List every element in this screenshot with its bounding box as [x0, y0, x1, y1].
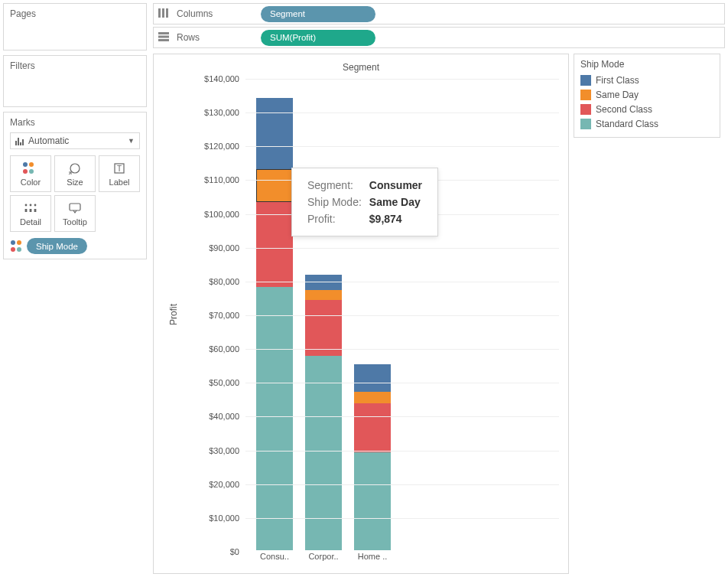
- svg-rect-12: [166, 8, 168, 18]
- svg-point-3: [25, 204, 28, 207]
- legend-item-same-day[interactable]: Same Day: [580, 87, 713, 102]
- label-icon: T: [112, 161, 126, 176]
- bar-segment[interactable]: [305, 356, 342, 550]
- y-tick: $40,000: [183, 412, 239, 421]
- svg-rect-11: [162, 8, 164, 18]
- y-tick: $60,000: [183, 344, 239, 354]
- color-icon: [22, 161, 39, 176]
- gridline: [245, 146, 559, 147]
- bar-segment[interactable]: [305, 300, 342, 356]
- svg-rect-9: [70, 204, 80, 210]
- y-tick: $50,000: [183, 378, 239, 387]
- y-axis-label: Profit: [168, 304, 179, 325]
- marks-tooltip-button[interactable]: Tooltip: [54, 195, 96, 232]
- gridline: [245, 315, 559, 316]
- bar-segment[interactable]: [305, 290, 342, 300]
- columns-icon: [158, 8, 172, 20]
- filters-title: Filters: [10, 60, 140, 71]
- color-icon: [10, 240, 24, 253]
- gridline: [245, 383, 559, 383]
- gridline: [245, 416, 559, 417]
- legend-item-first-class[interactable]: First Class: [580, 73, 713, 87]
- x-tick-label: Home ..: [349, 552, 395, 561]
- gridline: [245, 282, 559, 282]
- marks-color-button[interactable]: Color: [10, 155, 51, 192]
- y-tick: $30,000: [183, 446, 239, 455]
- y-tick: $120,000: [183, 142, 239, 151]
- legend-label: First Class: [596, 75, 639, 86]
- hover-tooltip: Segment:Consumer Ship Mode:Same Day Prof…: [291, 168, 438, 236]
- columns-label: Columns: [177, 8, 261, 19]
- y-tick: $110,000: [183, 175, 239, 184]
- legend-swatch: [580, 119, 591, 129]
- bar-segment[interactable]: [256, 169, 293, 203]
- gridline: [245, 112, 559, 113]
- gridline: [245, 79, 559, 80]
- gridline: [245, 451, 559, 451]
- gridline: [245, 248, 559, 249]
- tooltip-icon: [68, 200, 82, 216]
- chevron-down-icon: ▼: [128, 137, 135, 145]
- legend-swatch: [580, 90, 591, 100]
- mark-type-label: Automatic: [28, 135, 69, 146]
- y-tick: $100,000: [183, 210, 239, 219]
- bar-segment[interactable]: [354, 403, 391, 452]
- svg-point-4: [30, 204, 32, 207]
- marks-size-button[interactable]: Size: [54, 155, 96, 192]
- x-tick-label: Consu..: [252, 552, 297, 561]
- chart-viewport[interactable]: Segment Profit $0$10,000$20,000$30,000$4…: [153, 54, 569, 574]
- y-tick: $80,000: [183, 277, 239, 286]
- gridline: [245, 484, 559, 485]
- marks-label-button[interactable]: T Label: [99, 155, 140, 192]
- pages-panel[interactable]: Pages: [3, 3, 147, 51]
- columns-pill-segment[interactable]: Segment: [261, 6, 375, 22]
- y-tick: $20,000: [183, 480, 239, 489]
- pages-title: Pages: [10, 8, 140, 19]
- y-tick: $130,000: [183, 108, 239, 117]
- bar-segment[interactable]: [305, 275, 342, 290]
- legend-label: Standard Class: [596, 119, 658, 129]
- svg-point-0: [70, 164, 80, 173]
- rows-pill-profit[interactable]: SUM(Profit): [261, 30, 375, 46]
- svg-rect-7: [30, 209, 32, 212]
- legend-item-second-class[interactable]: Second Class: [580, 102, 713, 116]
- svg-rect-8: [34, 209, 37, 212]
- svg-rect-10: [158, 8, 161, 18]
- filters-panel[interactable]: Filters: [3, 55, 147, 107]
- legend-label: Same Day: [596, 90, 639, 100]
- bar-chart-icon: [15, 136, 24, 145]
- marks-title: Marks: [10, 117, 140, 128]
- bar-segment[interactable]: [256, 98, 293, 169]
- mark-type-dropdown[interactable]: Automatic ▼: [10, 132, 140, 149]
- chart-title: Segment: [154, 54, 568, 73]
- gridline: [245, 518, 559, 519]
- marks-detail-button[interactable]: Detail: [10, 195, 51, 232]
- y-tick: $0: [183, 547, 239, 556]
- legend-item-standard-class[interactable]: Standard Class: [580, 116, 713, 131]
- color-legend[interactable]: Ship Mode First ClassSame DaySecond Clas…: [574, 54, 720, 138]
- rows-label: Rows: [177, 32, 261, 43]
- gridline: [245, 349, 559, 350]
- svg-rect-15: [158, 39, 169, 41]
- color-pill-shipmode[interactable]: Ship Mode: [27, 238, 87, 254]
- bar-segment[interactable]: [354, 452, 391, 550]
- y-tick: $140,000: [183, 74, 239, 83]
- y-tick: $10,000: [183, 513, 239, 523]
- rows-shelf[interactable]: Rows SUM(Profit): [153, 27, 725, 48]
- marks-panel: Marks Automatic ▼ Color Size: [3, 112, 147, 259]
- size-icon: [68, 161, 82, 176]
- svg-rect-6: [25, 209, 28, 212]
- detail-icon: [24, 200, 37, 216]
- bar-segment[interactable]: [256, 287, 293, 550]
- y-tick: $70,000: [183, 311, 239, 320]
- svg-rect-13: [158, 32, 169, 34]
- columns-shelf[interactable]: Columns Segment: [153, 3, 725, 24]
- x-tick-label: Corpor..: [301, 552, 346, 561]
- bar-segment[interactable]: [354, 364, 391, 391]
- legend-title: Ship Mode: [580, 59, 713, 70]
- svg-text:T: T: [117, 165, 122, 173]
- y-tick: $90,000: [183, 243, 239, 253]
- bar-segment[interactable]: [256, 202, 293, 286]
- svg-point-5: [34, 204, 37, 207]
- bar-segment[interactable]: [354, 392, 391, 403]
